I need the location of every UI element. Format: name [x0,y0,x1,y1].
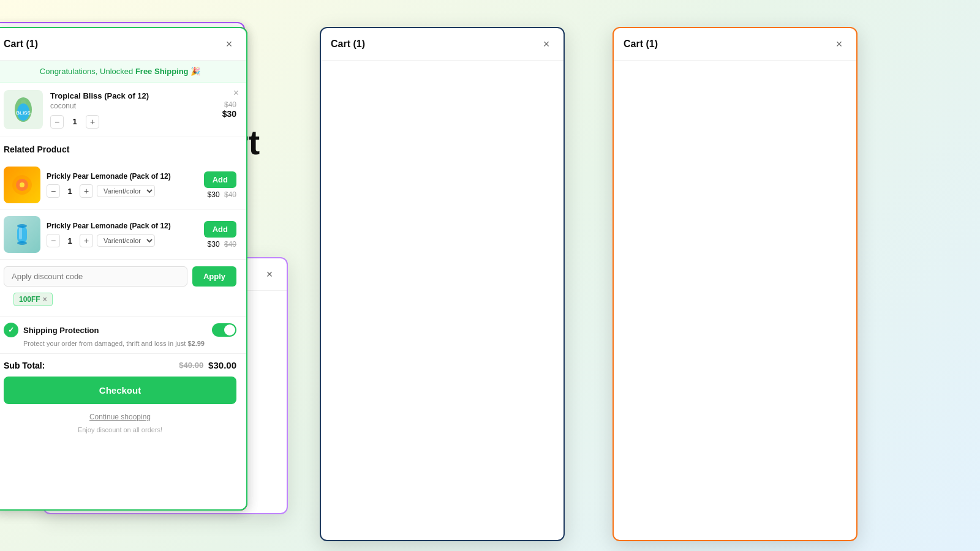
drawer2-outer-header: Cart (1) × [321,28,564,61]
drawer3-r2-minus[interactable]: − [47,234,60,247]
drawer3-shipping-prot: ✓ Shipping Protection Protect your order… [0,316,246,353]
drawer3-subtotal-orig: $40.00 [179,361,203,370]
drawer3-free-shipping: Free Shipping [135,67,189,76]
drawer3-qty-num: 1 [69,117,81,126]
drawer3-r1-price: $30 [208,190,220,199]
drawer2-outer-title: Cart (1) [331,39,365,50]
drawer3-related2-info: Prickly Pear Lemonade (Pack of 12) − 1 +… [47,222,198,247]
drawer3-r1-prices: $30 $40 [208,190,236,199]
drawer3-banner-text: Congratulations, Unlocked [40,67,135,76]
drawer3-continue-link[interactable]: Continue shooping [0,410,246,426]
prot-toggle-knob [224,324,235,335]
drawer3-r1-plus[interactable]: + [80,184,93,198]
drawer3-item-close[interactable]: × [233,88,239,99]
drawer3-price-sale: $30 [222,109,236,119]
drawer3-r2-prices: $30 $40 [208,240,236,249]
drawer3-related-item1: Prickly Pear Lemonade (Pack of 12) − 1 +… [0,160,246,210]
svg-point-31 [17,241,27,245]
drawer3-banner: Congratulations, Unlocked Free Shipping … [0,61,246,83]
drawer3-outer: Cart (1) × [612,27,858,541]
drawer3-subtotal-label: Sub Total: [4,361,45,370]
drawer3-cart-item: BLISS Tropical Bliss (Pack of 12) coconu… [0,83,246,137]
drawer3-discount-tag: 100FF × [13,293,53,306]
prot-desc: Protect your order from damaged, thrift … [4,340,236,347]
drawer3-product-svg: BLISS [9,95,38,124]
shield-check-icon: ✓ [8,326,14,334]
drawer3-prot-toggle[interactable] [212,323,236,337]
drawer3-qty-plus[interactable]: + [86,115,99,129]
drawer3-r1-svg [9,171,36,198]
drawer3-r1-add-btn[interactable]: Add [204,171,236,188]
prot-price: $2.99 [187,340,205,347]
drawer3-qty-minus[interactable]: − [50,115,64,129]
drawer3-checkout-btn[interactable]: Checkout [4,377,236,404]
drawer3-title: Cart (1) [4,39,38,50]
drawer3-r2-price: $30 [208,240,220,249]
drawer3-subtotal-row: Sub Total: $40.00 $30.00 [0,353,246,377]
shipping-prot-label: Shipping Protection [23,326,99,335]
drawer2-outer: Cart (1) × [320,27,565,541]
drawer3-related-section: Related Product [0,137,246,154]
shield-label: ✓ Shipping Protection [4,323,99,337]
drawer3-r2-variant[interactable]: Varient/color [97,234,155,247]
drawer3-r1-variant[interactable]: Varient/color [97,185,155,197]
drawer3-discount-tag-wrap: 100FF × [0,293,246,316]
drawer3-apply-btn[interactable]: Apply [192,266,236,287]
drawer3-outer-header: Cart (1) × [614,28,856,61]
drawer3-r2-add-btn[interactable]: Add [204,221,236,238]
drawer3-header: Cart (1) × [0,28,246,61]
drawer3-r1-orig: $40 [224,190,236,199]
drawer3-related1-img [4,167,40,203]
shield-icon: ✓ [4,323,18,337]
drawer2-outer-close[interactable]: × [539,37,554,51]
prot-desc-prefix: Protect your order from damaged, thrift … [23,340,187,347]
drawer3-item-info: Tropical Bliss (Pack of 12) coconut − 1 … [50,91,215,129]
drawer3-price-orig: $40 [222,100,236,109]
drawer3-close[interactable]: × [222,37,236,51]
drawer3-related1-controls: − 1 + Varient/color [47,184,198,198]
drawer3-banner-emoji: 🎉 [190,67,200,76]
drawer3-related-title: Related Product [4,144,236,154]
drawer3-r2-plus[interactable]: + [80,234,93,247]
drawer3-related-item2: Prickly Pear Lemonade (Pack of 12) − 1 +… [0,210,246,260]
drawer3-enjoy-text: Enjoy discount on all orders! [0,426,246,438]
drawer3-r2-action: Add $30 $40 [204,221,236,249]
drawer3-subtotal-prices: $40.00 $30.00 [179,360,236,370]
drawer3-item-img: BLISS [4,90,43,129]
drawer3-related2-controls: − 1 + Varient/color [47,234,198,247]
svg-text:BLISS: BLISS [16,110,31,116]
discount-tag-remove[interactable]: × [43,295,47,304]
drawer3-qty-row: − 1 + [50,115,215,129]
drawer3-related1-name: Prickly Pear Lemonade (Pack of 12) [47,172,198,181]
drawer3-discount-row: Apply [0,260,246,293]
drawer3-r2-orig: $40 [224,240,236,249]
drawer3-inner: Cart (1) × Congratulations, Unlocked Fre… [0,27,247,511]
drawer3-item-name: Tropical Bliss (Pack of 12) [50,91,215,100]
drawer1-outer-close[interactable]: × [262,267,277,282]
drawer3-subtotal-sale: $30.00 [208,360,236,370]
svg-point-30 [17,224,27,228]
drawer3-related1-info: Prickly Pear Lemonade (Pack of 12) − 1 +… [47,172,198,198]
drawer3-r2-qty: 1 [64,236,76,246]
drawer3-r1-qty: 1 [64,187,76,196]
drawer3-related2-img [4,216,40,253]
discount-tag-text: 100FF [19,295,40,304]
drawer3-discount-input[interactable] [4,266,187,287]
drawer3-r1-minus[interactable]: − [47,184,60,198]
svg-rect-29 [19,227,22,239]
shipping-prot-row: ✓ Shipping Protection [4,323,236,337]
svg-point-27 [20,182,24,187]
drawer3-related2-name: Prickly Pear Lemonade (Pack of 12) [47,222,198,230]
drawer3-outer-title: Cart (1) [624,39,658,50]
drawer3-item-variant: coconut [50,102,215,110]
drawer3-outer-close[interactable]: × [832,37,846,51]
drawer3-r2-svg [9,221,36,248]
drawer3-r1-action: Add $30 $40 [204,171,236,199]
drawer3-item-price: $40 $30 [222,100,236,119]
